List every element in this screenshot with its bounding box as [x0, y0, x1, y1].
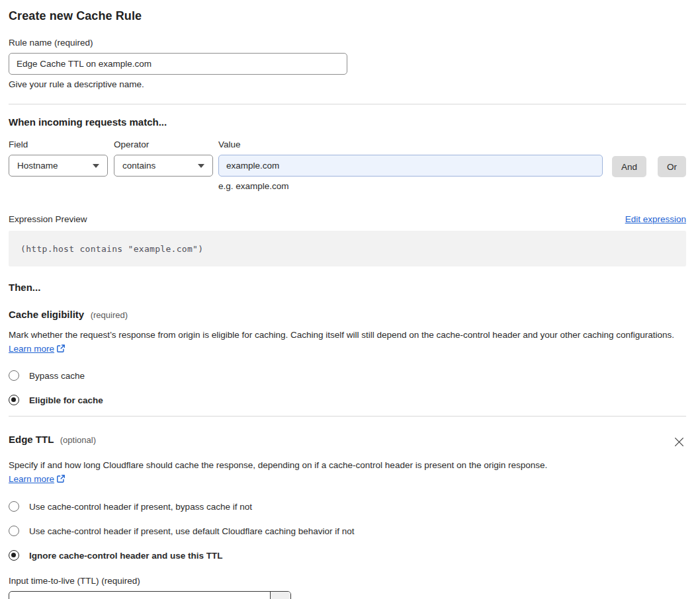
operator-label: Operator	[114, 140, 213, 149]
cache-eligibility-heading: Cache eligibility	[9, 309, 84, 320]
section-divider	[9, 104, 686, 104]
operator-column: Operator contains	[114, 140, 213, 177]
field-select[interactable]: Hostname	[9, 155, 108, 177]
rule-name-input[interactable]	[9, 53, 347, 75]
radio-option-use-header-bypass[interactable]: Use cache-control header if present, byp…	[9, 501, 686, 512]
edge-ttl-description: Specify if and how long Cloudflare shoul…	[9, 458, 568, 487]
or-button[interactable]: Or	[658, 156, 686, 177]
ttl-select-value: 1 day	[9, 592, 270, 599]
radio-option-label: Use cache-control header if present, byp…	[29, 502, 252, 512]
value-column: Value e.g. example.com	[218, 140, 603, 191]
field-column: Field Hostname	[9, 140, 108, 177]
close-icon	[674, 440, 685, 450]
edge-ttl-heading: Edge TTL	[9, 434, 54, 445]
radio-icon	[9, 370, 19, 381]
ttl-input-group: Input time-to-live (TTL) (required) 1 da…	[9, 576, 686, 599]
cache-eligibility-options: Bypass cache Eligible for cache	[9, 370, 686, 405]
ttl-select[interactable]: 1 day	[9, 591, 291, 599]
field-select-value: Hostname	[17, 161, 58, 171]
operator-select-value: contains	[122, 161, 155, 171]
expression-preview-box: (http.host contains "example.com")	[9, 231, 686, 266]
radio-icon-checked	[9, 550, 19, 561]
chevron-down-icon	[93, 164, 99, 168]
then-heading: Then...	[9, 282, 686, 293]
external-link-icon	[56, 345, 66, 355]
cache-eligibility-description: Mark whether the request’s response from…	[9, 328, 686, 357]
radio-option-label: Ignore cache-control header and use this…	[29, 551, 223, 561]
edit-expression-link[interactable]: Edit expression	[625, 214, 686, 224]
learn-more-link[interactable]: Learn more	[9, 344, 54, 354]
expression-preview-label: Expression Preview	[9, 214, 87, 224]
radio-option-label: Eligible for cache	[29, 395, 103, 405]
radio-option-ignore-header-use-ttl[interactable]: Ignore cache-control header and use this…	[9, 550, 686, 561]
radio-icon	[9, 526, 19, 536]
match-condition-row: Field Hostname Operator contains Value e…	[9, 140, 686, 191]
radio-option-label: Bypass cache	[29, 371, 85, 381]
page-title: Create new Cache Rule	[9, 9, 686, 23]
expression-preview-header: Expression Preview Edit expression	[9, 214, 686, 224]
rule-name-group: Rule name (required)	[9, 38, 347, 75]
close-edge-ttl-button[interactable]	[672, 435, 686, 451]
section-divider	[9, 416, 686, 417]
radio-icon	[9, 501, 19, 512]
value-input[interactable]	[218, 155, 603, 177]
edge-ttl-section: Edge TTL (optional) Specify if and how l…	[9, 434, 686, 599]
rule-name-label: Rule name (required)	[9, 38, 347, 48]
create-cache-rule-form: Create new Cache Rule Rule name (require…	[0, 0, 700, 599]
cache-eligibility-section: Cache eligibility (required) Mark whethe…	[9, 309, 686, 405]
ttl-label: Input time-to-live (TTL) (required)	[9, 576, 686, 586]
field-label: Field	[9, 140, 108, 149]
radio-option-bypass-cache[interactable]: Bypass cache	[9, 370, 686, 381]
radio-option-label: Use cache-control header if present, use…	[29, 526, 355, 536]
expression-code: (http.host contains "example.com")	[21, 244, 203, 254]
cache-eligibility-qualifier: (required)	[91, 310, 128, 320]
and-button[interactable]: And	[612, 156, 646, 177]
learn-more-link[interactable]: Learn more	[9, 474, 54, 484]
operator-select[interactable]: contains	[114, 155, 213, 177]
radio-option-use-header-default[interactable]: Use cache-control header if present, use…	[9, 526, 686, 536]
edge-ttl-options: Use cache-control header if present, byp…	[9, 501, 686, 561]
ttl-dropdown-button[interactable]	[270, 592, 290, 599]
radio-option-eligible-for-cache[interactable]: Eligible for cache	[9, 395, 686, 405]
value-help: e.g. example.com	[218, 181, 603, 191]
rule-name-help: Give your rule a descriptive name.	[9, 79, 686, 89]
value-label: Value	[218, 140, 603, 149]
match-heading: When incoming requests match...	[9, 116, 686, 128]
edge-ttl-qualifier: (optional)	[60, 435, 96, 445]
external-link-icon	[56, 475, 66, 485]
chevron-down-icon	[198, 164, 204, 168]
radio-icon-checked	[9, 395, 19, 405]
